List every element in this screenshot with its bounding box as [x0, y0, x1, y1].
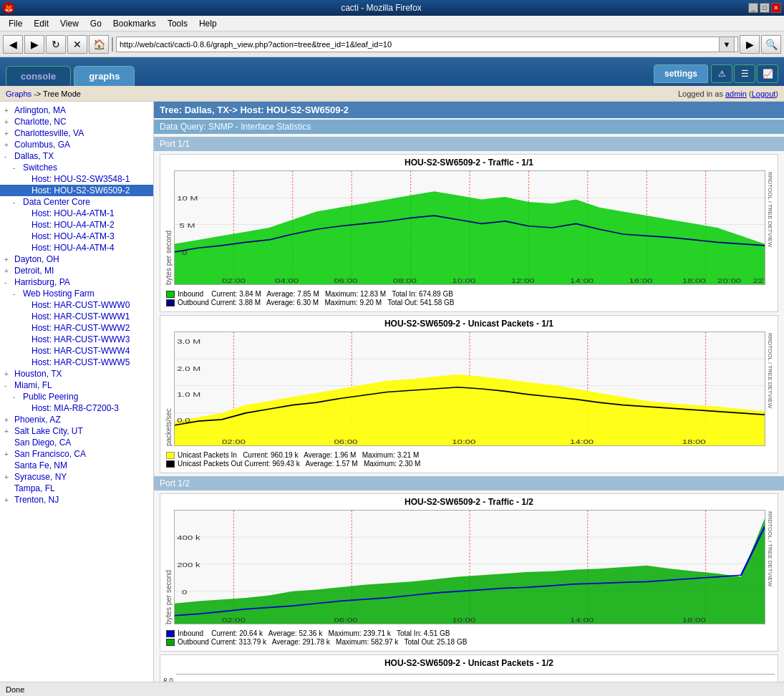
sidebar-link-17[interactable]: Host: HAR-CUST-WWW0 [32, 300, 130, 310]
user-link[interactable]: admin [725, 90, 747, 98]
sidebar-link-4[interactable]: Dallas, TX [14, 151, 54, 161]
sidebar-item-26[interactable]: Host: MIA-R8-C7200-3 [0, 402, 153, 414]
sidebar-item-22[interactable]: Host: HAR-CUST-WWW5 [0, 357, 153, 368]
sidebar-link-27[interactable]: Phoenix, AZ [14, 415, 61, 425]
sidebar-link-18[interactable]: Host: HAR-CUST-WWW1 [32, 311, 130, 322]
sidebar-item-32[interactable]: +Syracuse, NY [0, 471, 153, 483]
sidebar-item-25[interactable]: -Public Peering [0, 391, 153, 402]
menu-tools[interactable]: Tools [162, 17, 193, 30]
sidebar-item-33[interactable]: Tampa, FL [0, 483, 153, 494]
sidebar-link-2[interactable]: Charlottesville, VA [14, 128, 84, 138]
logout-link[interactable]: Logout [752, 90, 776, 98]
sidebar-item-1[interactable]: +Charlotte, NC [0, 116, 153, 127]
sidebar-link-10[interactable]: Host: HOU-A4-ATM-2 [32, 220, 115, 230]
sidebar-link-32[interactable]: Syracuse, NY [14, 472, 67, 482]
sidebar-link-26[interactable]: Host: MIA-R8-C7200-3 [32, 403, 119, 413]
sidebar-link-0[interactable]: Arlington, MA [14, 105, 66, 115]
sidebar-item-2[interactable]: +Charlottesville, VA [0, 127, 153, 139]
sidebar-item-11[interactable]: Host: HOU-A4-ATM-3 [0, 231, 153, 242]
menu-view[interactable]: View [54, 17, 84, 30]
search-button[interactable]: 🔍 [761, 35, 781, 54]
sidebar-link-12[interactable]: Host: HOU-A4-ATM-4 [32, 243, 115, 253]
sidebar-item-14[interactable]: +Detroit, MI [0, 265, 153, 276]
sidebar-link-23[interactable]: Houston, TX [14, 369, 62, 379]
sidebar-link-13[interactable]: Dayton, OH [14, 254, 59, 264]
reload-button[interactable]: ↻ [46, 35, 66, 54]
sidebar-item-30[interactable]: +San Francisco, CA [0, 448, 153, 460]
sidebar-item-24[interactable]: -Miami, FL [0, 380, 153, 391]
menu-file[interactable]: File [3, 17, 28, 30]
sidebar-item-20[interactable]: Host: HAR-CUST-WWW3 [0, 334, 153, 345]
sidebar-link-15[interactable]: Harrisburg, PA [14, 277, 70, 287]
sidebar-item-0[interactable]: +Arlington, MA [0, 105, 153, 116]
sidebar-link-1[interactable]: Charlotte, NC [14, 117, 67, 127]
graphs-tab[interactable]: graphs [74, 66, 135, 86]
sidebar-link-24[interactable]: Miami, FL [14, 380, 52, 390]
sidebar-item-29[interactable]: San Diego, CA [0, 437, 153, 448]
title-bar: 🦊 cacti - Mozilla Firefox _ □ ✕ [0, 0, 784, 16]
sidebar-item-15[interactable]: -Harrisburg, PA [0, 276, 153, 288]
nav-tabs: console graphs settings ⚠ ☰ 📈 [0, 57, 784, 86]
url-text[interactable]: http://web/cacti/cacti-0.8.6/graph_view.… [120, 40, 719, 49]
sidebar-item-8[interactable]: -Data Center Core [0, 196, 153, 208]
sidebar-link-33[interactable]: Tampa, FL [14, 483, 55, 493]
sidebar-link-29[interactable]: San Diego, CA [14, 438, 71, 448]
sidebar-link-22[interactable]: Host: HAR-CUST-WWW5 [32, 357, 130, 367]
settings-button[interactable]: settings [654, 64, 708, 83]
menu-help[interactable]: Help [193, 17, 223, 30]
close-button[interactable]: ✕ [771, 3, 781, 13]
maximize-button[interactable]: □ [760, 3, 770, 13]
sidebar-item-10[interactable]: Host: HOU-A4-ATM-2 [0, 219, 153, 231]
sidebar-link-16[interactable]: Web Hosting Farm [23, 289, 95, 299]
sidebar-item-34[interactable]: +Trenton, NJ [0, 494, 153, 506]
menu-go[interactable]: Go [84, 17, 107, 30]
sidebar-link-28[interactable]: Salt Lake City, UT [14, 426, 83, 436]
sidebar-item-5[interactable]: -Switches [0, 162, 153, 173]
home-button[interactable]: 🏠 [89, 35, 109, 54]
sidebar-link-6[interactable]: Host: HOU-S2-SW3548-1 [32, 174, 130, 184]
sidebar-link-9[interactable]: Host: HOU-A4-ATM-1 [32, 208, 115, 218]
sidebar-link-14[interactable]: Detroit, MI [14, 266, 54, 276]
menu-edit[interactable]: Edit [28, 17, 54, 30]
sidebar-item-31[interactable]: Santa Fe, NM [0, 460, 153, 471]
sidebar-link-5[interactable]: Switches [23, 163, 57, 173]
back-button[interactable]: ◀ [3, 35, 23, 54]
sidebar-item-12[interactable]: Host: HOU-A4-ATM-4 [0, 242, 153, 253]
sidebar-link-31[interactable]: Santa Fe, NM [14, 460, 67, 470]
sidebar-item-16[interactable]: -Web Hosting Farm [0, 288, 153, 299]
sidebar-link-8[interactable]: Data Center Core [23, 197, 90, 207]
minimize-button[interactable]: _ [748, 3, 758, 13]
sidebar-link-3[interactable]: Columbus, GA [14, 140, 70, 150]
graph-icon-button[interactable]: 📈 [757, 64, 778, 83]
list-icon-button[interactable]: ☰ [734, 64, 755, 83]
sidebar-item-23[interactable]: +Houston, TX [0, 368, 153, 380]
sidebar-item-3[interactable]: +Columbus, GA [0, 139, 153, 150]
sidebar-item-18[interactable]: Host: HAR-CUST-WWW1 [0, 311, 153, 322]
sidebar-link-34[interactable]: Trenton, NJ [14, 495, 59, 505]
go-button[interactable]: ▶ [740, 35, 760, 54]
expand-icon-28: + [4, 427, 13, 435]
sidebar-item-21[interactable]: Host: HAR-CUST-WWW4 [0, 345, 153, 357]
sidebar-item-4[interactable]: -Dallas, TX [0, 150, 153, 162]
alert-icon-button[interactable]: ⚠ [711, 64, 732, 83]
stop-button[interactable]: ✕ [67, 35, 87, 54]
sidebar-link-19[interactable]: Host: HAR-CUST-WWW2 [32, 323, 130, 333]
sidebar-item-6[interactable]: Host: HOU-S2-SW3548-1 [0, 173, 153, 185]
forward-button[interactable]: ▶ [24, 35, 44, 54]
graphs-link[interactable]: Graphs [6, 90, 32, 98]
sidebar-link-30[interactable]: San Francisco, CA [14, 449, 86, 459]
sidebar-item-27[interactable]: +Phoenix, AZ [0, 414, 153, 425]
sidebar-item-13[interactable]: +Dayton, OH [0, 253, 153, 265]
sidebar-item-7[interactable]: Host: HOU-S2-SW6509-2 [0, 185, 153, 196]
console-tab[interactable]: console [6, 66, 71, 86]
sidebar-link-25[interactable]: Public Peering [23, 392, 78, 402]
sidebar-link-20[interactable]: Host: HAR-CUST-WWW3 [32, 334, 130, 344]
sidebar-item-28[interactable]: +Salt Lake City, UT [0, 425, 153, 437]
sidebar-item-9[interactable]: Host: HOU-A4-ATM-1 [0, 208, 153, 219]
dropdown-button[interactable]: ▼ [719, 37, 735, 52]
menu-bookmarks[interactable]: Bookmarks [107, 17, 162, 30]
sidebar-link-11[interactable]: Host: HOU-A4-ATM-3 [32, 231, 115, 241]
sidebar-link-21[interactable]: Host: HAR-CUST-WWW4 [32, 346, 130, 356]
sidebar-item-17[interactable]: Host: HAR-CUST-WWW0 [0, 299, 153, 311]
sidebar-item-19[interactable]: Host: HAR-CUST-WWW2 [0, 322, 153, 334]
